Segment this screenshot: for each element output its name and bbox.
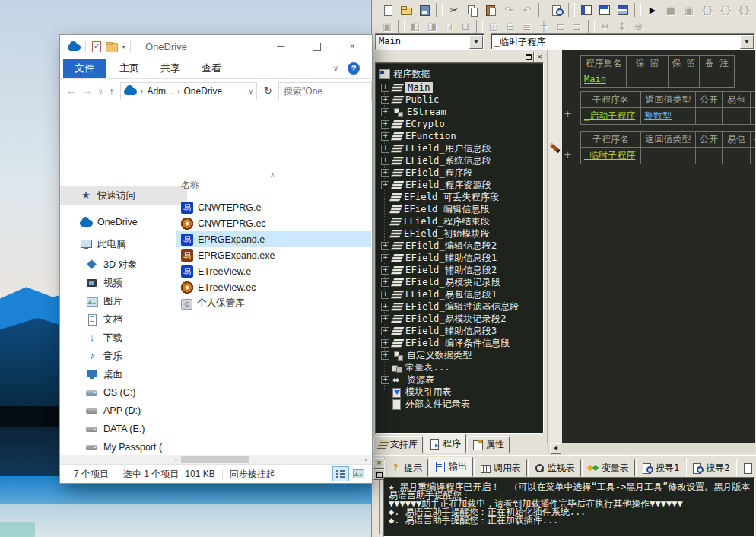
pane-drag-handle[interactable]: [376, 56, 510, 59]
save-button[interactable]: [416, 2, 433, 18]
window-grid-button[interactable]: [615, 2, 631, 18]
run-button[interactable]: ▶: [644, 2, 661, 18]
close-button[interactable]: ×: [339, 37, 365, 56]
expand-plus-icon[interactable]: +: [381, 303, 389, 311]
table-cell[interactable]: [696, 108, 723, 124]
search-input[interactable]: [279, 83, 372, 100]
newfolder-quickaccess-icon[interactable]: [106, 43, 118, 52]
tree-item[interactable]: +EField_易模块记录段2: [381, 313, 507, 325]
sidebar-item-DATA (E:)[interactable]: DATA (E:): [60, 420, 194, 438]
table-cell[interactable]: [669, 71, 700, 87]
quickaccess-dropdown-icon[interactable]: ▼: [121, 44, 126, 49]
sort-ascending-icon[interactable]: ∧: [270, 171, 275, 179]
tree-item[interactable]: +EStream: [381, 106, 446, 118]
sidebar-item-下载[interactable]: ↓下载: [60, 329, 194, 347]
tree-item[interactable]: +ECrypto: [381, 118, 445, 130]
pane-titlebar[interactable]: ×: [373, 52, 545, 62]
ribbon-tab-home[interactable]: 主页: [119, 59, 139, 78]
table-cell[interactable]: [723, 148, 751, 164]
sidebar-item-图片[interactable]: 图片: [60, 292, 194, 310]
minimize-button[interactable]: [268, 37, 294, 56]
bottom-panel-drag-handle[interactable]: [376, 480, 380, 534]
explorer-titlebar[interactable]: ▼ OneDrive ×: [60, 35, 372, 59]
tree-item[interactable]: 模块引用表: [381, 386, 452, 398]
expand-plus-icon[interactable]: +: [381, 181, 389, 189]
table-cell[interactable]: _临时子程序: [581, 148, 641, 164]
refresh-icon[interactable]: ↻: [260, 85, 275, 97]
ribbon-tab-view[interactable]: 查看: [202, 59, 221, 78]
tree-item[interactable]: 外部文件记录表: [381, 398, 470, 410]
ribbon-tab-file[interactable]: 文件: [63, 59, 106, 78]
table-data-row[interactable]: Main: [581, 71, 734, 87]
tree-item[interactable]: EField_初始模块段: [381, 227, 490, 240]
tree-item[interactable]: EField_可丢失程序段: [381, 191, 499, 203]
expand-plus-icon[interactable]: +: [381, 84, 389, 92]
forward-icon[interactable]: →: [82, 85, 92, 97]
pane-tab-prop[interactable]: 属性: [467, 436, 510, 453]
output-console[interactable]: ★ 黑月重编译程序已开启！ （可以在菜单中选择“工具->黑月工具”修改设置。黑月…: [383, 477, 755, 537]
table-cell[interactable]: [700, 71, 734, 87]
bottom-tab-搜寻1[interactable]: 搜寻1: [636, 459, 685, 477]
tree-item[interactable]: +EField_程序段: [381, 167, 473, 179]
expand-plus-icon[interactable]: +: [381, 132, 389, 141]
table-data-row[interactable]: _启动子程序整数型: [581, 108, 755, 124]
file-row[interactable]: 易EPRGExpand.e: [176, 231, 371, 247]
pane-close-button[interactable]: ×: [534, 52, 545, 62]
table-cell[interactable]: [751, 148, 755, 164]
expand-plus-icon[interactable]: +: [381, 120, 389, 129]
sidebar-item-此电脑[interactable]: 此电脑: [60, 235, 188, 253]
assembly-combobox-arrow-icon[interactable]: ▼: [469, 35, 483, 49]
expand-plus-icon[interactable]: +: [381, 96, 389, 104]
window-split-left-button[interactable]: [578, 2, 595, 18]
bottom-tab-输出[interactable]: 输出: [429, 457, 473, 477]
sidebar-item-视频[interactable]: 视频: [60, 274, 194, 292]
tree-item[interactable]: EField_编辑信息段: [381, 203, 490, 215]
pane-tab-prog[interactable]: 程序: [424, 434, 466, 453]
tree-item[interactable]: +EField_程序资源段: [381, 179, 491, 191]
expand-plus-icon[interactable]: +: [381, 157, 389, 165]
tree-item[interactable]: EField_程序结束段: [381, 215, 490, 227]
tree-root-item[interactable]: 程序数据: [379, 68, 430, 80]
sidebar-item-APP (D:)[interactable]: APP (D:): [60, 402, 194, 420]
table-data-row[interactable]: _临时子程序: [581, 148, 755, 164]
sidebar-item-OneDrive[interactable]: OneDrive: [60, 213, 188, 231]
ribbon-collapse-icon[interactable]: ∨: [333, 64, 338, 72]
sidebar-item-桌面[interactable]: 桌面: [60, 365, 194, 383]
editor-scroll-left-button[interactable]: ◀: [550, 443, 561, 454]
cut-button[interactable]: ✂: [446, 2, 462, 18]
breadcrumb-user[interactable]: Adm...: [147, 86, 173, 97]
subroutine-combobox[interactable]: _临时子程序 ▼: [491, 33, 755, 50]
tree-item[interactable]: +EField_编辑过滤器信息段: [381, 300, 519, 313]
tree-item[interactable]: +◆◆资源表: [381, 373, 435, 386]
tree-item[interactable]: +EField_辅助信息段2: [381, 264, 497, 276]
help-button[interactable]: ?: [348, 62, 360, 75]
expand-plus-icon[interactable]: +: [381, 169, 389, 177]
expand-plus-icon[interactable]: +: [381, 291, 389, 299]
table-cell[interactable]: [723, 108, 751, 124]
expand-plus-icon[interactable]: +: [381, 376, 389, 384]
expand-plus-icon[interactable]: +: [381, 266, 389, 275]
table-expand-plus-icon[interactable]: +: [564, 108, 572, 119]
file-row[interactable]: CNWTEPRG.ec: [176, 215, 371, 231]
address-dropdown-icon[interactable]: ∨: [249, 87, 254, 95]
table-cell[interactable]: 整数型: [641, 108, 696, 124]
assembly-combobox[interactable]: Main ▼: [375, 33, 484, 50]
expand-plus-icon[interactable]: +: [381, 339, 389, 348]
code-table-editor[interactable]: 程序集名保 留保 留备 注Main子程序名返回值类型公开易包备 注_启动子程序整…: [562, 50, 755, 443]
maximize-button[interactable]: [303, 37, 329, 56]
tree-item[interactable]: +EField_辅助信息段3: [381, 325, 497, 337]
details-view-button[interactable]: [332, 466, 349, 481]
tree-item[interactable]: +Main: [381, 81, 433, 94]
sidebar-item-音乐[interactable]: ♪音乐: [60, 347, 194, 365]
open-file-button[interactable]: [398, 2, 415, 18]
pane-tab-lib[interactable]: 支持库: [373, 436, 423, 453]
file-row[interactable]: 个人保管库: [176, 295, 371, 311]
properties-quickaccess-icon[interactable]: [92, 41, 101, 52]
search-box[interactable]: [278, 82, 372, 100]
bottom-tab-搜寻2[interactable]: 搜寻2: [686, 459, 735, 477]
address-breadcrumb[interactable]: › Adm... › OneDrive ∨: [120, 82, 257, 100]
sidebar-item-3D 对象[interactable]: 3D 对象: [60, 256, 194, 274]
file-row[interactable]: ETreeView.ec: [176, 279, 371, 295]
window-split-bottom-button[interactable]: [596, 2, 613, 18]
table-cell[interactable]: [641, 148, 696, 164]
